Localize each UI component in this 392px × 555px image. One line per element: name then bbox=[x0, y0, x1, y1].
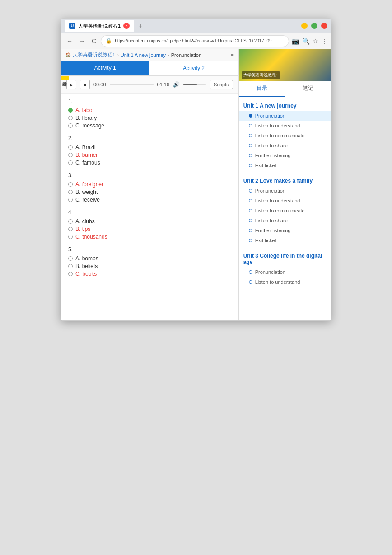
forward-button[interactable]: → bbox=[77, 37, 87, 46]
unit-1-item-pronunciation[interactable]: Pronunciation bbox=[239, 111, 331, 121]
radio-4c[interactable] bbox=[68, 235, 73, 239]
search-icon[interactable]: 🔍 bbox=[302, 38, 310, 45]
unit-1-dot-listen-share bbox=[249, 144, 252, 147]
unit-2-item-listen-communicate[interactable]: Listen to communicate bbox=[239, 206, 331, 216]
question-3-option-c[interactable]: C. receive bbox=[68, 197, 231, 203]
radio-1b[interactable] bbox=[68, 116, 73, 120]
close-button[interactable] bbox=[321, 23, 327, 29]
question-2-option-a[interactable]: A. Brazil bbox=[68, 144, 231, 151]
back-button[interactable]: ← bbox=[65, 37, 75, 46]
more-icon[interactable]: ⋮ bbox=[321, 38, 327, 45]
option-4a-text: A. clubs bbox=[75, 218, 95, 225]
activity-tab-2[interactable]: Activity 2 bbox=[149, 61, 238, 75]
tab-area: U 大学英语听说教程1 × + bbox=[65, 20, 298, 32]
radio-2b[interactable] bbox=[68, 153, 73, 157]
radio-4a[interactable] bbox=[68, 219, 73, 224]
question-5-option-b[interactable]: B. beliefs bbox=[68, 263, 231, 269]
option-5b-text: B. beliefs bbox=[75, 263, 98, 269]
option-5a-text: A. bombs bbox=[75, 255, 98, 262]
maximize-button[interactable] bbox=[311, 23, 317, 29]
question-3: 3. A. foreigner B. weight C. receive bbox=[68, 172, 231, 203]
progress-bar[interactable] bbox=[110, 84, 154, 85]
question-5-option-c[interactable]: C. books bbox=[68, 271, 231, 277]
breadcrumb-unit[interactable]: Unit 1 A new journey bbox=[121, 52, 166, 58]
question-4-option-c[interactable]: C. thousands bbox=[68, 234, 231, 240]
unit-2-label-exit: Exit ticket bbox=[255, 238, 276, 243]
option-1b-text: B. library bbox=[75, 115, 97, 121]
radio-5a[interactable] bbox=[68, 256, 73, 261]
unit-1-item-further[interactable]: Further listening bbox=[239, 151, 331, 160]
unit-2-item-listen-share[interactable]: Listen to share bbox=[239, 216, 331, 226]
play-button[interactable]: ▶ bbox=[66, 80, 76, 89]
tab-close-button[interactable]: × bbox=[123, 23, 130, 29]
side-note: 各题时 bbox=[61, 76, 69, 80]
unit-3-item-pronunciation[interactable]: Pronunciation bbox=[239, 267, 331, 277]
radio-3b[interactable] bbox=[68, 190, 73, 194]
course-image-bg: 大学英语听说教程1 bbox=[239, 49, 331, 81]
radio-3a[interactable] bbox=[68, 182, 73, 187]
unit-3-title: Unit 3 College life in the digital age bbox=[239, 249, 331, 267]
unit-3-dot-listen-understand bbox=[249, 280, 252, 284]
unit-3-section: Unit 3 College life in the digital age P… bbox=[239, 247, 331, 289]
activity-tab-1[interactable]: Activity 1 bbox=[61, 61, 149, 75]
menu-icon[interactable]: ≡ bbox=[231, 52, 233, 58]
camera-icon[interactable]: 📷 bbox=[292, 38, 299, 45]
question-5-option-a[interactable]: A. bombs bbox=[68, 255, 231, 262]
question-1-option-c[interactable]: C. message bbox=[68, 122, 231, 129]
radio-1c[interactable] bbox=[68, 123, 73, 128]
question-2-option-b[interactable]: B. barrier bbox=[68, 152, 231, 158]
question-1-option-b[interactable]: B. library bbox=[68, 115, 231, 121]
unit-2-item-listen-understand[interactable]: Listen to understand bbox=[239, 196, 331, 206]
radio-4b[interactable] bbox=[68, 227, 73, 231]
unit-1-item-listen-understand[interactable]: Listen to understand bbox=[239, 121, 331, 131]
question-2-option-c[interactable]: C. famous bbox=[68, 160, 231, 166]
option-5c-text: C. books bbox=[75, 271, 97, 277]
stop-button[interactable]: ■ bbox=[80, 80, 90, 89]
bookmark-icon[interactable]: ☆ bbox=[313, 38, 318, 45]
volume-icon[interactable]: 🔊 bbox=[173, 81, 180, 88]
question-3-option-b[interactable]: B. weight bbox=[68, 189, 231, 195]
unit-1-item-listen-share[interactable]: Listen to share bbox=[239, 141, 331, 151]
new-tab-button[interactable]: + bbox=[136, 21, 145, 30]
refresh-button[interactable]: C bbox=[90, 37, 98, 46]
question-4-option-b[interactable]: B. tips bbox=[68, 226, 231, 232]
radio-1a[interactable] bbox=[68, 108, 73, 113]
radio-5b[interactable] bbox=[68, 264, 73, 268]
option-4b-text: B. tips bbox=[75, 226, 90, 232]
browser-tab[interactable]: U 大学英语听说教程1 × bbox=[65, 20, 134, 32]
radio-2c[interactable] bbox=[68, 160, 73, 165]
breadcrumb-home[interactable]: 大学英语听说教程1 bbox=[73, 52, 115, 58]
unit-2-item-further[interactable]: Further listening bbox=[239, 226, 331, 235]
question-3-number: 3. bbox=[68, 172, 231, 179]
url-box[interactable]: 🔒 https://ucontent.unipus.cn/_pc/pc.html… bbox=[101, 35, 289, 47]
question-1-option-a[interactable]: A. labor bbox=[68, 107, 231, 113]
scripts-button[interactable]: Scripts bbox=[210, 80, 233, 89]
breadcrumb-sep1: › bbox=[117, 52, 119, 58]
home-icon: 🏠 bbox=[65, 52, 71, 57]
radio-2a[interactable] bbox=[68, 145, 73, 150]
radio-3c[interactable] bbox=[68, 198, 73, 202]
questions-area: 1. A. labor B. library C. message bbox=[61, 94, 238, 288]
volume-bar[interactable] bbox=[183, 84, 206, 85]
unit-2-label-listen-communicate: Listen to communicate bbox=[255, 208, 305, 213]
audio-player: ▶ ■ 00:00 01:16 🔊 Scripts bbox=[61, 76, 238, 94]
unit-2-title: Unit 2 Love makes a family bbox=[239, 174, 331, 186]
unit-1-dot-pronunciation bbox=[249, 114, 252, 118]
question-4-option-a[interactable]: A. clubs bbox=[68, 218, 231, 225]
unit-3-item-listen-understand[interactable]: Listen to understand bbox=[239, 277, 331, 287]
unit-2-item-pronunciation[interactable]: Pronunciation bbox=[239, 186, 331, 196]
unit-2-item-exit[interactable]: Exit ticket bbox=[239, 235, 331, 245]
unit-2-dot-exit bbox=[249, 239, 252, 242]
right-panel: 大学英语听说教程1 目录 笔记 Unit 1 A new journey Pro… bbox=[239, 49, 331, 320]
unit-1-label-exit: Exit ticket bbox=[255, 163, 276, 168]
panel-tab-contents[interactable]: 目录 bbox=[239, 81, 285, 97]
unit-1-item-exit[interactable]: Exit ticket bbox=[239, 160, 331, 170]
panel-tab-notes[interactable]: 笔记 bbox=[285, 81, 331, 97]
unit-1-item-listen-communicate[interactable]: Listen to communicate bbox=[239, 131, 331, 141]
question-3-option-a[interactable]: A. foreigner bbox=[68, 181, 231, 188]
radio-5c[interactable] bbox=[68, 272, 73, 276]
minimize-button[interactable] bbox=[301, 23, 308, 29]
time-total: 01:16 bbox=[157, 82, 170, 87]
option-1c-text: C. message bbox=[75, 122, 104, 129]
unit-2-dot-listen-understand bbox=[249, 199, 252, 202]
